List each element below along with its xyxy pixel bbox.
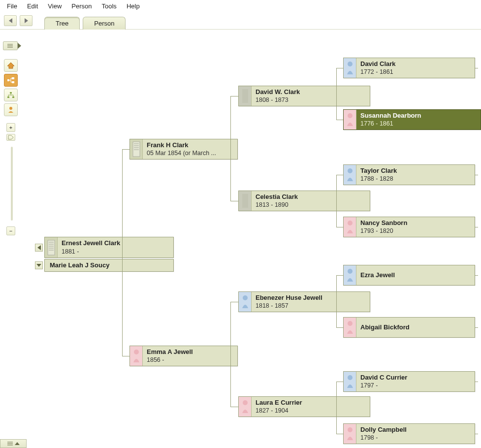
person-dates: 1827 - 1904 [256,407,366,415]
svg-point-35 [348,427,353,432]
menu-edit[interactable]: Edit [23,1,42,11]
index-panel-toggle[interactable] [3,41,18,50]
spouse-expand-down[interactable] [35,261,43,269]
connector [230,302,238,302]
connector [336,227,343,227]
svg-point-26 [243,295,248,300]
menu-tools[interactable]: Tools [98,1,121,11]
person-fmm[interactable]: Nancy Sanborn1793 - 1820 [343,217,475,237]
nav-forward-button[interactable] [20,15,32,26]
plus-icon: + [9,125,12,130]
svg-marker-3 [7,63,14,68]
svg-rect-6 [12,81,14,83]
person-dates: 1788 - 1828 [360,175,471,183]
silhouette-female-icon [130,346,143,366]
tab-tree[interactable]: Tree [44,17,80,30]
person-mother[interactable]: Emma A Jewell1856 - [129,346,238,366]
zoom-out-button[interactable]: − [6,226,15,235]
silhouette-male-icon [344,165,356,185]
svg-point-10 [9,107,12,110]
root-expand-left[interactable] [35,244,43,252]
svg-rect-7 [10,92,12,94]
person-spouse[interactable]: Marie Leah J Soucy [44,259,174,272]
connector [230,407,238,407]
person-mmf[interactable]: David C Currier1797 - [343,371,475,392]
zoom-in-button[interactable]: + [6,123,15,132]
svg-rect-25 [242,194,248,208]
list-icon [7,43,14,48]
person-dates: 1797 - [360,382,471,389]
family-view-button[interactable] [4,89,18,101]
person-mmm[interactable]: Dolly Campbell1798 - [343,423,475,444]
person-name: David W. Clark [256,88,366,96]
person-dates: 1818 - 1857 [256,302,366,310]
nav-back-button[interactable] [4,15,17,26]
bottom-index-toggle[interactable] [0,439,27,448]
workspace: + − Ernest Jewell Clark 1881 - Marie Lea… [0,30,481,448]
connector [230,96,238,96]
list-icon [7,441,14,446]
connector [336,275,343,276]
menubar: File Edit View Person Tools Help [0,0,481,12]
person-mm[interactable]: Laura E Currier1827 - 1904 [238,396,370,417]
home-icon [7,62,15,69]
chevron-up-icon [15,442,20,445]
person-name: Marie Leah J Soucy [50,261,169,270]
connector [230,302,231,407]
person-ff[interactable]: David W. Clark1808 - 1873 [238,86,370,106]
pedigree-view-button[interactable] [4,74,18,87]
person-dates: 1856 - [147,356,233,364]
descendant-icon [7,92,15,98]
minus-icon: − [9,228,12,234]
pedigree-canvas[interactable]: Ernest Jewell Clark 1881 - Marie Leah J … [24,40,481,448]
tab-person[interactable]: Person [83,17,126,30]
person-info: Marie Leah J Soucy [45,259,173,271]
svg-point-29 [348,113,353,118]
person-mfm[interactable]: Abigail Bickford [343,317,475,338]
menu-view[interactable]: View [44,1,65,11]
silhouette-male-icon [344,265,356,285]
person-father[interactable]: Frank H Clark05 Mar 1854 (or March ... [129,139,238,160]
person-name: David Clark [360,60,471,68]
triangle-left-icon [9,18,12,23]
svg-point-32 [348,269,353,274]
person-fff[interactable]: David Clark1772 - 1861 [343,58,475,78]
person-name: Taylor Clark [360,167,471,175]
connector [122,356,129,356]
person-view-button[interactable] [4,103,18,116]
connector [475,327,478,328]
person-info: Ernest Jewell Clark 1881 - [58,237,173,257]
svg-rect-5 [12,77,14,79]
zoom-slider[interactable] [11,147,13,221]
menu-person[interactable]: Person [67,1,96,11]
person-mf[interactable]: Ebenezer Huse Jewell1818 - 1857 [238,291,370,312]
svg-point-31 [348,221,353,225]
thumb-doc [130,139,143,159]
connector [122,149,129,150]
person-name: Laura E Currier [256,399,366,407]
connector [475,382,478,382]
menu-help[interactable]: Help [123,1,144,11]
svg-marker-11 [8,135,13,139]
home-person-button[interactable] [4,59,18,72]
triangle-right-icon [25,18,28,23]
svg-rect-9 [12,96,14,98]
svg-point-30 [348,168,353,173]
tab-tree-label: Tree [56,20,68,27]
person-root[interactable]: Ernest Jewell Clark 1881 - [44,237,174,258]
person-icon [7,106,14,113]
person-fmf[interactable]: Taylor Clark1788 - 1828 [343,164,475,185]
person-mff[interactable]: Ezra Jewell [343,265,475,286]
connector [475,434,478,434]
person-dates: 1776 - 1861 [360,120,477,128]
silhouette-female-icon [344,318,356,337]
person-dates: 1772 - 1861 [360,68,471,76]
connector [336,327,343,328]
menu-file[interactable]: File [3,1,21,11]
person-fm[interactable]: Celestia Clark1813 - 1890 [238,191,370,211]
zoom-tag-button[interactable] [6,134,15,141]
pedigree-icon [7,77,15,84]
person-name: Ebenezer Huse Jewell [256,294,366,302]
person-dates: 1798 - [360,434,471,442]
person-ffm-selected[interactable]: Susannah Dearborn1776 - 1861 [343,109,481,130]
